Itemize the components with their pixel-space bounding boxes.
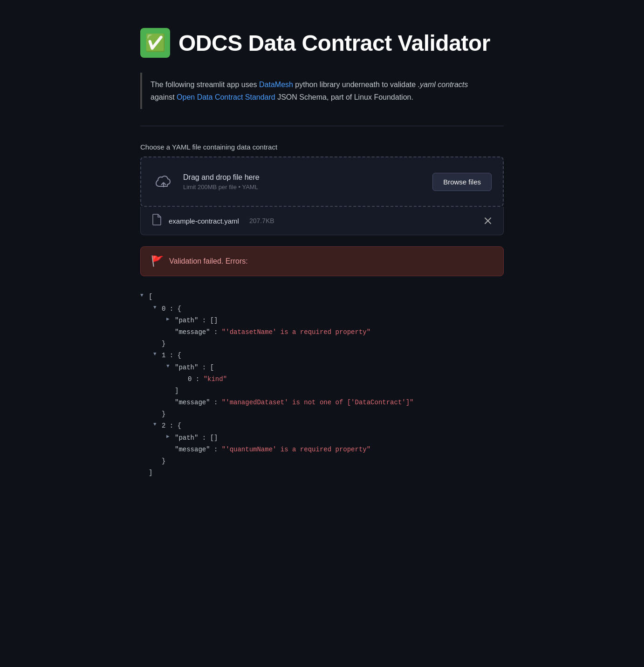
error-message: Validation failed. Errors: [169,257,248,265]
json-item-1-message: "message" : "'managedDataset' is not one… [140,397,504,408]
json-item-1-header: 1 : { [140,350,504,361]
drop-zone-left: Drag and drop file here Limit 200MB per … [152,170,260,193]
browse-files-button[interactable]: Browse files [432,173,492,191]
json-item-1-path-header: "path" : [ [140,362,504,374]
json-item-0-header: 0 : { [140,303,504,315]
info-text-after-link1: python library underneath to validate [293,81,418,88]
json-item-2-path: "path" : [] [140,432,504,444]
json-viewer: [ 0 : { "path" : [] "message" : "'datase… [140,289,504,481]
header: ✅ ODCS Data Contract Validator [140,28,504,58]
drop-zone-wrapper: Drag and drop file here Limit 200MB per … [140,157,504,207]
header-icon: ✅ [140,28,170,58]
cloud-upload-icon [154,172,173,191]
info-italic: .yaml contracts [418,81,468,88]
json-item-0-path: "path" : [] [140,315,504,327]
datamesh-link[interactable]: DataMesh [259,81,293,88]
info-text-after-link2: JSON Schema, part of Linux Foundation. [275,93,413,101]
page-title: ODCS Data Contract Validator [178,30,490,56]
upload-icon [152,170,175,193]
drop-zone-text: Drag and drop file here Limit 200MB per … [183,173,260,191]
file-uploader-label: Choose a YAML file containing data contr… [140,143,504,151]
file-item: example-contract.yaml 207.7KB [140,207,504,235]
json-item-0-message: "message" : "'datasetName' is a required… [140,327,504,338]
drop-zone[interactable]: Drag and drop file here Limit 200MB per … [140,157,504,207]
file-limit-label: Limit 200MB per file • YAML [183,184,260,191]
json-item-2-message: "message" : "'quantumName' is a required… [140,444,504,456]
root-toggle[interactable] [140,291,148,300]
divider [140,126,504,126]
json-item-2-header: 2 : { [140,420,504,432]
info-block: The following streamlit app uses DataMes… [140,73,504,109]
remove-file-button[interactable] [484,217,492,225]
item0-toggle[interactable] [153,303,161,313]
json-item-0-close: } [140,338,504,350]
json-item-1-path-0: 0 : "kind" [140,374,504,385]
drag-drop-label: Drag and drop file here [183,173,260,182]
item0-path-toggle[interactable] [166,315,174,324]
page-container: ✅ ODCS Data Contract Validator The follo… [122,28,522,481]
json-item-1-path-close: ] [140,385,504,397]
json-root-open: [ [140,291,504,303]
uploaded-file-size: 207.7KB [249,217,274,225]
item2-path-toggle[interactable] [166,432,174,442]
file-document-icon [152,213,162,228]
info-text-before-link1: The following streamlit app uses [151,81,259,88]
error-block: 🚩 Validation failed. Errors: [140,246,504,276]
error-flag-icon: 🚩 [151,255,164,267]
item1-path-toggle[interactable] [166,362,174,371]
json-item-1-close: } [140,408,504,420]
odcs-link[interactable]: Open Data Contract Standard [177,93,275,101]
json-root-close: ] [140,467,504,479]
item1-toggle[interactable] [153,350,161,359]
json-item-2-close: } [140,456,504,467]
uploaded-file-name: example-contract.yaml [169,217,239,225]
close-icon [484,217,492,225]
info-text-before-link2: against [151,93,177,101]
item2-toggle[interactable] [153,420,161,429]
